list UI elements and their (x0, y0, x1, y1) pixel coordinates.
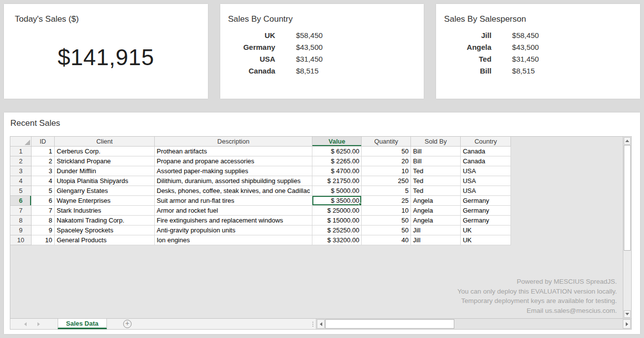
cell-value[interactable]: $ 2265.00 (312, 156, 362, 166)
cell-sold-by[interactable]: Bill (411, 156, 461, 166)
cell-quantity[interactable]: 20 (362, 156, 411, 166)
vertical-scrollbar-track[interactable] (623, 251, 631, 310)
cell-sold-by[interactable]: Ted (411, 176, 461, 186)
cell-description[interactable]: Assorted paper-making supplies (155, 166, 312, 176)
sheet-tab-sales-data[interactable]: Sales Data (58, 319, 107, 329)
cell-client[interactable]: General Products (55, 235, 155, 245)
cell-description[interactable]: Armor and rocket fuel (155, 206, 312, 216)
cell-sold-by[interactable]: Angela (411, 216, 461, 225)
cell-country[interactable]: USA (461, 176, 511, 186)
cell-sold-by[interactable]: Jill (411, 235, 461, 245)
column-header-country[interactable]: Country (461, 137, 511, 147)
cell-client[interactable]: Stark Industries (55, 206, 155, 216)
cell-description[interactable]: Propane and propane accessories (155, 156, 312, 166)
cell-id[interactable]: 9 (32, 225, 55, 235)
cell-description[interactable]: Fire extinguishers and replacement windo… (155, 216, 312, 225)
cell-sold-by[interactable]: Angela (411, 196, 461, 206)
cell-client[interactable]: Cerberus Corp. (55, 147, 155, 156)
select-all-corner[interactable] (10, 137, 32, 147)
add-sheet-button[interactable]: + (123, 320, 132, 328)
cell-sold-by[interactable]: Ted (411, 186, 461, 196)
cell-id[interactable]: 4 (32, 176, 55, 186)
row-header[interactable]: 4 (10, 176, 32, 186)
row-header[interactable]: 2 (10, 156, 32, 166)
cell-country[interactable]: Canada (461, 147, 511, 156)
vertical-scrollbar[interactable] (623, 137, 631, 318)
cell-id[interactable]: 5 (32, 186, 55, 196)
next-sheet-button[interactable] (37, 322, 40, 326)
cell-id[interactable]: 8 (32, 216, 55, 225)
cell-quantity[interactable]: 25 (362, 196, 411, 206)
cell-value[interactable]: $ 15000.00 (312, 216, 362, 225)
cell-client[interactable]: Wayne Enterprises (55, 196, 155, 206)
cell-country[interactable]: Germany (461, 216, 511, 225)
cell-description[interactable]: Anti-gravity propulsion units (155, 225, 312, 235)
cell-client[interactable]: Dunder Mifflin (55, 166, 155, 176)
cell-client[interactable]: Spaceley Sprockets (55, 225, 155, 235)
cell-quantity[interactable]: 10 (362, 166, 411, 176)
row-header[interactable]: 5 (10, 186, 32, 196)
scroll-down-button[interactable] (624, 310, 631, 318)
cell-value[interactable]: $ 6250.00 (312, 147, 362, 156)
cell-value[interactable]: $ 25250.00 (312, 225, 362, 235)
cell-client[interactable]: Glengarry Estates (55, 186, 155, 196)
horizontal-scrollbar-thumb[interactable] (325, 319, 454, 329)
cell-sold-by[interactable]: Angela (411, 206, 461, 216)
row-header[interactable]: 7 (10, 206, 32, 216)
column-header-description[interactable]: Description (155, 137, 312, 147)
row-header[interactable]: 1 (10, 147, 32, 156)
cell-description[interactable]: Dilithium, duranium, assorted shipbuildi… (155, 176, 312, 186)
cell-quantity[interactable]: 250 (362, 176, 411, 186)
cell-quantity[interactable]: 50 (362, 147, 411, 156)
cell-quantity[interactable]: 40 (362, 235, 411, 245)
cell-id[interactable]: 2 (32, 156, 55, 166)
cell-country[interactable]: USA (461, 186, 511, 196)
column-header-value[interactable]: Value (312, 137, 362, 147)
cell-quantity[interactable]: 50 (362, 216, 411, 225)
cell-id[interactable]: 6 (32, 196, 55, 206)
cell-sold-by[interactable]: Bill (411, 147, 461, 156)
cell-value[interactable]: $ 25000.00 (312, 206, 362, 216)
cell-quantity[interactable]: 5 (362, 186, 411, 196)
vertical-scrollbar-thumb[interactable] (624, 145, 631, 251)
cell-description[interactable]: Desks, phones, coffee, steak knives, and… (155, 186, 312, 196)
column-header-client[interactable]: Client (55, 137, 155, 147)
cell-id[interactable]: 1 (32, 147, 55, 156)
cell-client[interactable]: Strickland Propane (55, 156, 155, 166)
spreadsheet-viewport[interactable]: ID Client Description Value Quantity Sol… (10, 137, 623, 318)
scroll-left-button[interactable] (317, 319, 325, 329)
row-header[interactable]: 9 (10, 225, 32, 235)
cell-description[interactable]: Suit armor and run-flat tires (155, 196, 312, 206)
cell-country[interactable]: UK (461, 235, 511, 245)
cell-country[interactable]: Germany (461, 206, 511, 216)
cell-id[interactable]: 7 (32, 206, 55, 216)
cell-country[interactable]: Canada (461, 156, 511, 166)
cell-value[interactable]: $ 5000.00 (312, 186, 362, 196)
active-cell[interactable]: $ 3500.00 (312, 196, 362, 206)
cell-id[interactable]: 10 (32, 235, 55, 245)
row-header-active[interactable]: 6 (10, 196, 32, 206)
cell-client[interactable]: Nakatomi Trading Corp. (55, 216, 155, 225)
column-header-id[interactable]: ID (32, 137, 55, 147)
cell-value[interactable]: $ 33200.00 (312, 235, 362, 245)
horizontal-scrollbar[interactable] (316, 319, 631, 329)
row-header[interactable]: 10 (10, 235, 32, 245)
cell-sold-by[interactable]: Jill (411, 225, 461, 235)
cell-id[interactable]: 3 (32, 166, 55, 176)
cell-country[interactable]: Germany (461, 196, 511, 206)
row-header[interactable]: 3 (10, 166, 32, 176)
cell-description[interactable]: Ion engines (155, 235, 312, 245)
cell-description[interactable]: Prothean artifacts (155, 147, 312, 156)
scroll-up-button[interactable] (624, 137, 631, 145)
row-header[interactable]: 8 (10, 216, 32, 225)
horizontal-scrollbar-track[interactable] (454, 319, 622, 329)
cell-value[interactable]: $ 21750.00 (312, 176, 362, 186)
cell-sold-by[interactable]: Ted (411, 166, 461, 176)
cell-quantity[interactable]: 10 (362, 206, 411, 216)
column-header-sold-by[interactable]: Sold By (411, 137, 461, 147)
tab-strip-resize-handle[interactable] (310, 319, 316, 329)
cell-country[interactable]: USA (461, 166, 511, 176)
cell-country[interactable]: UK (461, 225, 511, 235)
cell-quantity[interactable]: 50 (362, 225, 411, 235)
scroll-right-button[interactable] (623, 319, 631, 329)
